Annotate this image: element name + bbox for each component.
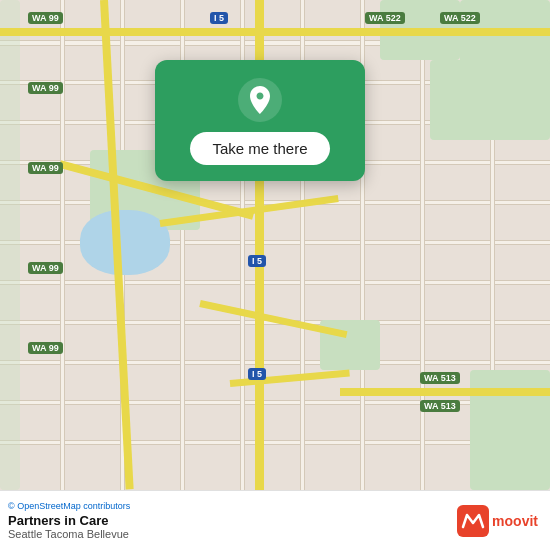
osm-attribution: © OpenStreetMap contributors bbox=[8, 501, 130, 511]
hwy-label-i5-1: I 5 bbox=[210, 12, 228, 24]
hwy-label-wa522-1: WA 522 bbox=[365, 12, 405, 24]
bottom-bar: © OpenStreetMap contributors Partners in… bbox=[0, 490, 550, 550]
hwy-label-wa99-1: WA 99 bbox=[28, 12, 63, 24]
hwy-label-wa99-2: WA 99 bbox=[28, 82, 63, 94]
hwy-label-i5-2: I 5 bbox=[248, 255, 266, 267]
map-container: WA 99 WA 99 WA 99 WA 99 WA 99 WA 522 WA … bbox=[0, 0, 550, 490]
hwy-label-wa522-2: WA 522 bbox=[440, 12, 480, 24]
take-me-there-button[interactable]: Take me there bbox=[190, 132, 329, 165]
hwy-label-wa513-1: WA 513 bbox=[420, 372, 460, 384]
location-name: Partners in Care bbox=[8, 513, 130, 528]
moovit-icon bbox=[457, 505, 489, 537]
hwy-label-wa513-2: WA 513 bbox=[420, 400, 460, 412]
hwy-label-wa99-5: WA 99 bbox=[28, 342, 63, 354]
location-region: Seattle Tacoma Bellevue bbox=[8, 528, 130, 540]
bottom-info: © OpenStreetMap contributors Partners in… bbox=[8, 501, 130, 540]
location-pin-icon bbox=[238, 78, 282, 122]
hwy-label-i5-3: I 5 bbox=[248, 368, 266, 380]
moovit-text: moovit bbox=[492, 513, 538, 529]
popup-card: Take me there bbox=[155, 60, 365, 181]
hwy-label-wa99-4: WA 99 bbox=[28, 262, 63, 274]
moovit-logo: moovit bbox=[457, 505, 538, 537]
hwy-label-wa99-3: WA 99 bbox=[28, 162, 63, 174]
